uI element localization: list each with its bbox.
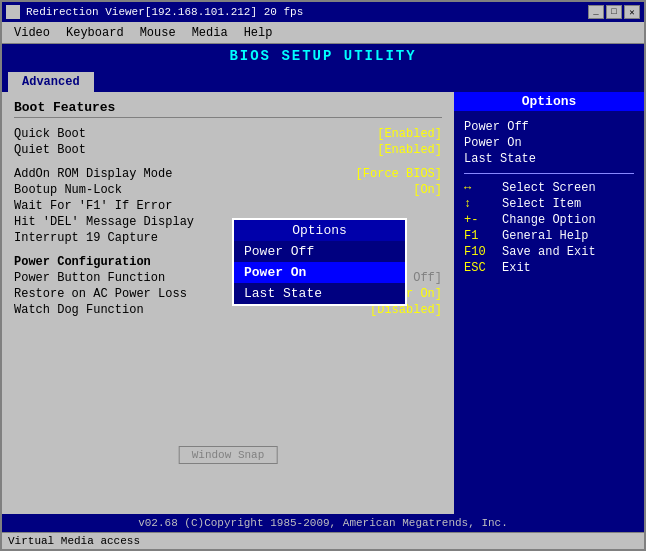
window-snap-button[interactable]: Window Snap xyxy=(179,446,278,464)
title-bar-left: Redirection Viewer[192.168.101.212] 20 f… xyxy=(6,5,303,19)
key-row-select-screen: ↔ Select Screen xyxy=(464,180,634,196)
value-quiet-boot: [Enabled] xyxy=(377,143,442,157)
bios-main: Boot Features Quick Boot [Enabled] Quiet… xyxy=(2,92,644,514)
key-row-select-item: ↕ Select Item xyxy=(464,196,634,212)
value-addon-rom: [Force BIOS] xyxy=(356,167,442,181)
key-change-option: +- xyxy=(464,213,494,227)
title-bar: Redirection Viewer[192.168.101.212] 20 f… xyxy=(2,2,644,22)
window-frame: Redirection Viewer[192.168.101.212] 20 f… xyxy=(0,0,646,551)
menu-media[interactable]: Media xyxy=(184,24,236,42)
window-snap-area: Window Snap xyxy=(179,446,278,464)
virtual-media-bar: Virtual Media access xyxy=(2,532,644,549)
value-quick-boot: [Enabled] xyxy=(377,127,442,141)
bios-title: BIOS SETUP UTILITY xyxy=(229,48,416,64)
label-watchdog: Watch Dog Function xyxy=(14,303,144,317)
section-title: Boot Features xyxy=(14,100,442,118)
label-numlock: Bootup Num-Lock xyxy=(14,183,122,197)
key-row-change-option: +- Change Option xyxy=(464,212,634,228)
right-option-last-state: Last State xyxy=(464,151,634,167)
right-panel-title: Options xyxy=(454,92,644,111)
desc-change-option: Change Option xyxy=(502,213,596,227)
dropdown-item-power-off[interactable]: Power Off xyxy=(234,241,405,262)
menu-help[interactable]: Help xyxy=(236,24,281,42)
virtual-media-label: Virtual Media access xyxy=(8,535,140,547)
bios-right-panel: Options Power Off Power On Last State ↔ … xyxy=(454,92,644,514)
bios-status-bar: v02.68 (C)Copyright 1985-2009, American … xyxy=(2,514,644,532)
key-row-esc: ESC Exit xyxy=(464,260,634,276)
right-option-power-on: Power On xyxy=(464,135,634,151)
menu-mouse[interactable]: Mouse xyxy=(132,24,184,42)
app-icon xyxy=(6,5,20,19)
label-quiet-boot: Quiet Boot xyxy=(14,143,86,157)
label-quick-boot: Quick Boot xyxy=(14,127,86,141)
key-select-screen: ↔ xyxy=(464,181,494,195)
bios-left-panel: Boot Features Quick Boot [Enabled] Quiet… xyxy=(2,92,454,514)
tab-row: Advanced xyxy=(2,68,644,92)
close-button[interactable]: ✕ xyxy=(624,5,640,19)
label-interrupt19: Interrupt 19 Capture xyxy=(14,231,158,245)
key-row-general-help: F1 General Help xyxy=(464,228,634,244)
bios-status-text: v02.68 (C)Copyright 1985-2009, American … xyxy=(138,517,508,529)
dropdown-item-power-on[interactable]: Power On xyxy=(234,262,405,283)
label-addon-rom: AddOn ROM Display Mode xyxy=(14,167,172,181)
label-wait-f1: Wait For 'F1' If Error xyxy=(14,199,172,213)
key-save-exit: F10 xyxy=(464,245,494,259)
dropdown-title: Options xyxy=(234,220,405,241)
desc-select-item: Select Item xyxy=(502,197,581,211)
menu-video[interactable]: Video xyxy=(6,24,58,42)
row-addon-rom: AddOn ROM Display Mode [Force BIOS] xyxy=(14,166,442,182)
right-divider xyxy=(464,173,634,174)
tab-advanced[interactable]: Advanced xyxy=(8,72,94,92)
key-select-item: ↕ xyxy=(464,197,494,211)
window-title: Redirection Viewer[192.168.101.212] 20 f… xyxy=(26,6,303,18)
dropdown-item-last-state[interactable]: Last State xyxy=(234,283,405,304)
label-hit-del: Hit 'DEL' Message Display xyxy=(14,215,194,229)
menu-bar: Video Keyboard Mouse Media Help xyxy=(2,22,644,44)
row-quick-boot: Quick Boot [Enabled] xyxy=(14,126,442,142)
row-numlock: Bootup Num-Lock [On] xyxy=(14,182,442,198)
desc-esc: Exit xyxy=(502,261,531,275)
menu-keyboard[interactable]: Keyboard xyxy=(58,24,132,42)
value-numlock: [On] xyxy=(413,183,442,197)
maximize-button[interactable]: □ xyxy=(606,5,622,19)
desc-select-screen: Select Screen xyxy=(502,181,596,195)
dropdown-popup: Options Power Off Power On Last State xyxy=(232,218,407,306)
minimize-button[interactable]: _ xyxy=(588,5,604,19)
label-restore-ac: Restore on AC Power Loss xyxy=(14,287,187,301)
row-wait-f1: Wait For 'F1' If Error xyxy=(14,198,442,214)
bios-outer: BIOS SETUP UTILITY Advanced Boot Feature… xyxy=(2,44,644,549)
key-row-save-exit: F10 Save and Exit xyxy=(464,244,634,260)
row-quiet-boot: Quiet Boot [Enabled] xyxy=(14,142,442,158)
title-bar-buttons: _ □ ✕ xyxy=(588,5,640,19)
key-esc: ESC xyxy=(464,261,494,275)
bios-header: BIOS SETUP UTILITY xyxy=(2,44,644,68)
desc-save-exit: Save and Exit xyxy=(502,245,596,259)
right-option-power-off: Power Off xyxy=(464,119,634,135)
label-power-config: Power Configuration xyxy=(14,255,151,269)
key-general-help: F1 xyxy=(464,229,494,243)
desc-general-help: General Help xyxy=(502,229,588,243)
label-power-button: Power Button Function xyxy=(14,271,165,285)
